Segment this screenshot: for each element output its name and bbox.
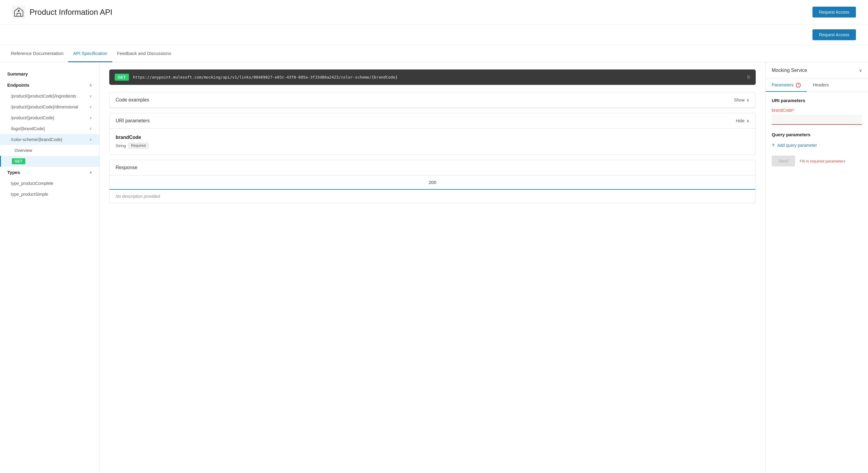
sidebar-item-get[interactable]: GET (0, 156, 99, 167)
sidebar-item-type-product-complete[interactable]: type_productComplete (0, 178, 99, 189)
response-code-row: 200 (110, 176, 755, 190)
send-row: Send Fill in required parameters (772, 155, 862, 167)
url-text: https://anypoint.mulesoft.com/mocking/ap… (133, 75, 743, 80)
tab-reference-documentation[interactable]: Reference Documentation (6, 45, 68, 62)
uri-parameters-header: URI parameters Hide ∧ (110, 113, 755, 129)
sidebar-item-product-code[interactable]: /product/{productCode} ∨ (0, 112, 99, 123)
get-method-badge[interactable]: GET (12, 158, 25, 164)
copy-icon[interactable]: ⎘ (747, 75, 750, 80)
sidebar-item-dimensional[interactable]: /product/{productCode}/dimensional ∨ (0, 101, 99, 112)
request-access-button-1[interactable]: Request Access (812, 7, 856, 18)
mocking-service-header: Mocking Service ∨ (766, 62, 868, 79)
param-badges: String Required (116, 143, 749, 149)
brand-code-label: brandCode* (772, 108, 862, 113)
main-layout: Summary Endpoints ∧ /product/{productCod… (0, 62, 868, 473)
sidebar-item-types: Types ∧ (0, 167, 99, 178)
url-method-badge: GET (115, 74, 129, 81)
right-panel-tabs: Parameters ! Headers (766, 79, 868, 92)
code-examples-title: Code examples (116, 97, 149, 103)
code-examples-chevron-icon: ∨ (746, 97, 749, 102)
svg-point-1 (18, 10, 20, 12)
url-bar: GET https://anypoint.mulesoft.com/mockin… (109, 69, 756, 85)
types-chevron-icon: ∧ (89, 170, 92, 175)
svg-rect-0 (12, 5, 25, 19)
brand-code-input[interactable] (772, 115, 862, 125)
uri-parameters-title: URI parameters (116, 118, 150, 123)
app-logo-icon (12, 5, 25, 19)
mocking-service-title: Mocking Service (772, 68, 807, 73)
ingredients-chevron-icon: ∨ (89, 94, 92, 98)
uri-parameters-body: brandCode String Required (110, 129, 755, 155)
mocking-service-chevron-icon[interactable]: ∨ (859, 68, 862, 73)
main-content: GET https://anypoint.mulesoft.com/mockin… (100, 62, 765, 473)
color-scheme-chevron-icon: ∧ (89, 138, 92, 142)
sidebar-item-overview[interactable]: Overview (0, 145, 99, 156)
sidebar-item-logo-brand-code[interactable]: /logo/{brandCode} ∨ (0, 123, 99, 134)
product-code-chevron-icon: ∨ (89, 116, 92, 120)
sidebar-item-color-scheme[interactable]: /color-scheme/{brandCode} ∧ (0, 134, 99, 145)
uri-parameters-section: URI parameters Hide ∧ brandCode String R… (109, 113, 756, 155)
endpoints-chevron-icon: ∧ (89, 83, 92, 87)
param-required-badge: Required (128, 143, 149, 149)
send-button[interactable]: Send (772, 155, 795, 167)
sidebar-item-endpoints: Endpoints ∧ (0, 80, 99, 91)
dimensional-chevron-icon: ∨ (89, 105, 92, 109)
param-name: brandCode (116, 135, 749, 140)
uri-params-section-label: URI parameters (772, 98, 862, 103)
tab-api-specification[interactable]: API Specification (68, 45, 112, 62)
sidebar-item-summary[interactable]: Summary (0, 68, 99, 80)
right-panel-body: URI parameters brandCode* Query paramete… (766, 92, 868, 473)
app-header: Product Information API Request Access (0, 0, 868, 25)
parameters-indicator: ! (796, 83, 801, 88)
response-code: 200 (429, 180, 436, 185)
app-title: Product Information API (30, 7, 113, 17)
request-access-button-2[interactable]: Request Access (812, 29, 856, 40)
response-header: Response (110, 160, 755, 176)
fill-required-message: Fill in required parameters (800, 159, 845, 164)
sidebar-item-type-product-simple[interactable]: type_productSimple (0, 189, 99, 200)
code-examples-toggle[interactable]: Show ∨ (734, 97, 749, 102)
header-left: Product Information API (12, 5, 113, 19)
code-examples-section: Code examples Show ∨ (109, 92, 756, 108)
param-type-badge: String (116, 144, 126, 148)
main-tabs: Reference Documentation API Specificatio… (0, 45, 868, 62)
query-params-section-label: Query parameters (772, 132, 862, 137)
sidebar-item-ingredients[interactable]: /product/{productCode}/ingredients ∨ (0, 91, 99, 101)
uri-parameters-chevron-icon: ∧ (746, 118, 749, 123)
uri-parameters-toggle[interactable]: Hide ∧ (736, 118, 749, 123)
sub-header: Request Access (0, 25, 868, 45)
code-examples-header: Code examples Show ∨ (110, 92, 755, 108)
right-panel: Mocking Service ∨ Parameters ! Headers U… (765, 62, 868, 473)
response-description: No description provided (110, 190, 755, 203)
response-title: Response (116, 165, 137, 170)
add-query-param-button[interactable]: + Add query parameter (772, 142, 862, 148)
response-section: Response 200 No description provided (109, 160, 756, 203)
tab-headers[interactable]: Headers (807, 79, 835, 92)
sidebar: Summary Endpoints ∧ /product/{productCod… (0, 62, 100, 473)
logo-brand-code-chevron-icon: ∨ (89, 126, 92, 131)
tab-feedback-discussions[interactable]: Feedback and Discussions (112, 45, 176, 62)
tab-parameters[interactable]: Parameters ! (766, 79, 807, 92)
add-plus-icon: + (772, 142, 775, 148)
